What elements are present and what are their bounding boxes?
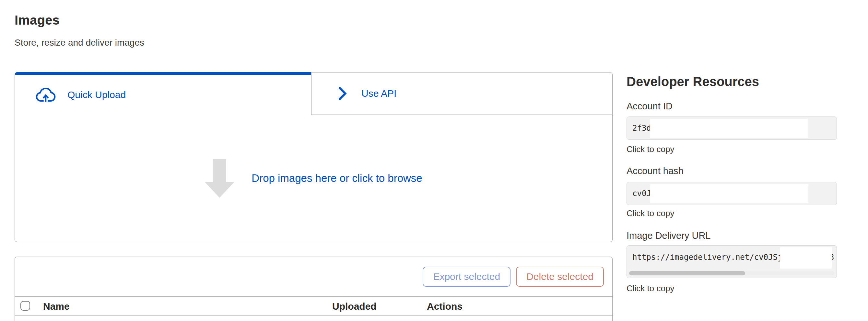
page-subtitle: Store, resize and deliver images bbox=[14, 38, 144, 48]
account-id-label: Account ID bbox=[626, 101, 673, 112]
tab-use-api-label: Use API bbox=[362, 88, 396, 99]
column-header-name: Name bbox=[43, 301, 70, 312]
account-id-copy-hint: Click to copy bbox=[626, 144, 674, 154]
tab-quick-upload[interactable]: Quick Upload bbox=[14, 72, 311, 115]
images-table-card: Export selected Delete selected Name Upl… bbox=[14, 257, 613, 321]
account-hash-value: cv0J bbox=[632, 189, 651, 198]
account-id-field[interactable]: 2f3d bbox=[626, 116, 837, 140]
chevron-right-icon bbox=[337, 86, 347, 101]
account-hash-label: Account hash bbox=[626, 166, 684, 176]
export-selected-button[interactable]: Export selected bbox=[423, 266, 510, 287]
drop-zone-label: Drop images here or click to browse bbox=[251, 172, 422, 184]
sidebar-title: Developer Resources bbox=[626, 74, 759, 89]
tab-use-api[interactable]: Use API bbox=[311, 72, 613, 115]
account-hash-field[interactable]: cv0J bbox=[626, 182, 837, 205]
cloud-upload-icon bbox=[36, 87, 56, 102]
delete-selected-button[interactable]: Delete selected bbox=[516, 266, 604, 287]
redaction-overlay bbox=[780, 247, 832, 269]
image-drop-zone[interactable]: Drop images here or click to browse bbox=[14, 115, 613, 242]
account-hash-copy-hint: Click to copy bbox=[626, 208, 674, 218]
developer-resources-panel: Developer Resources Account ID 2f3d Clic… bbox=[626, 0, 837, 321]
column-header-actions: Actions bbox=[427, 301, 463, 312]
image-delivery-url-label: Image Delivery URL bbox=[626, 230, 711, 241]
column-header-uploaded: Uploaded bbox=[332, 301, 377, 312]
partial-character: 3 bbox=[832, 253, 835, 264]
redaction-overlay bbox=[650, 119, 808, 138]
page-title: Images bbox=[14, 13, 60, 28]
upload-tabs-card: Quick Upload Use API Drop images here or… bbox=[14, 72, 613, 242]
image-delivery-url-copy-hint: Click to copy bbox=[626, 283, 674, 293]
image-delivery-url-value: https://imagedelivery.net/cv0JSj bbox=[632, 253, 782, 262]
header-divider bbox=[15, 315, 612, 316]
redaction-overlay bbox=[650, 184, 808, 203]
horizontal-scrollbar-thumb[interactable] bbox=[629, 271, 745, 275]
account-id-value: 2f3d bbox=[632, 123, 651, 133]
image-delivery-url-field[interactable]: https://imagedelivery.net/cv0JSj 3 bbox=[626, 245, 837, 278]
horizontal-scrollbar-track bbox=[629, 271, 834, 275]
table-toolbar: Export selected Delete selected bbox=[15, 257, 612, 296]
table-header-row: Name Uploaded Actions bbox=[15, 297, 612, 315]
tab-quick-upload-label: Quick Upload bbox=[67, 89, 126, 100]
select-all-checkbox[interactable] bbox=[21, 301, 30, 311]
images-page: Images Store, resize and deliver images … bbox=[0, 0, 868, 321]
arrow-down-icon bbox=[205, 159, 234, 198]
